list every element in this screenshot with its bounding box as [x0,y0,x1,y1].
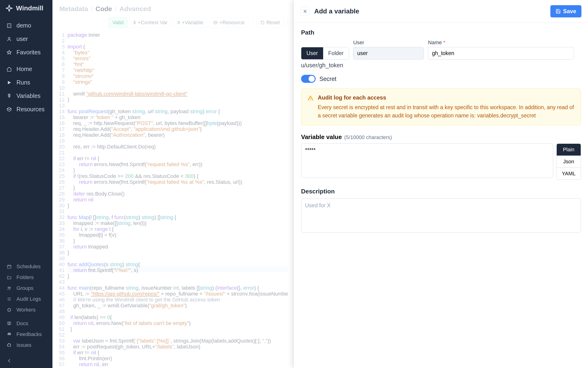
sidebar-item-docs[interactable]: Docs [0,318,53,329]
value-counter: (5/10000 characters) [344,134,392,140]
alert-title: Audit log for each access [318,94,575,101]
dollar-icon [6,93,12,99]
brand-logo[interactable]: Windmill [0,0,53,17]
variable-value-input[interactable] [301,144,553,178]
sidebar-item-label: Resources [17,106,45,113]
collapse-sidebar-icon[interactable] [6,358,46,364]
breadcrumb-advanced[interactable]: Advanced [119,5,151,13]
play-icon [6,80,12,86]
format-yaml-button[interactable]: YAML [557,168,581,180]
folder-icon [6,274,12,280]
value-format-selector: Plain Json YAML [556,144,581,180]
svg-rect-0 [8,24,11,28]
sidebar-item-feedbacks[interactable]: Feedbacks [0,329,53,340]
users-icon [6,285,12,291]
sidebar-item-label: Folders [17,274,34,280]
add-context-var-button[interactable]: $+Context Var [129,18,172,28]
sidebar-item-label: Issues [17,342,32,348]
svg-point-3 [8,287,9,288]
sidebar-item-label: Schedules [17,264,41,270]
main-content: Metadata / Code / Advanced u/us Valid $+… [53,0,588,368]
sidebar-item-demo[interactable]: demo [0,19,53,32]
breadcrumb-code[interactable]: Code [96,5,112,13]
secret-toggle[interactable] [301,75,316,83]
refresh-icon [260,20,265,25]
box-icon [6,106,12,112]
svg-point-1 [8,37,10,39]
user-field-input[interactable] [353,47,424,60]
book-icon [6,321,12,327]
name-field-label: Name * [428,39,574,46]
add-resource-button[interactable]: +Resource [209,18,249,28]
brand-name: Windmill [16,4,43,12]
sidebar-item-groups[interactable]: Groups [0,283,53,294]
sidebar-item-home[interactable]: Home [0,62,53,76]
format-json-button[interactable]: Json [557,156,581,168]
svg-rect-5 [8,309,10,311]
sidebar-item-issues[interactable]: Issues [0,340,53,350]
calendar-icon [6,264,12,270]
sidebar-item-favorites[interactable]: Favorites [0,46,53,59]
sidebar-item-label: Workers [17,307,36,313]
sidebar-item-resources[interactable]: Resources [0,103,53,116]
description-input[interactable] [301,198,581,233]
warning-icon [308,95,314,101]
close-drawer-button[interactable] [301,7,309,16]
secret-audit-alert: Audit log for each access Every secret i… [301,88,581,125]
owner-kind-toggle: User Folder [301,47,349,60]
description-label: Description [301,188,581,195]
owner-folder-tab[interactable]: Folder [323,47,349,59]
sidebar-item-audit-logs[interactable]: Audit Logs [0,294,53,304]
sidebar-item-label: Groups [17,285,33,291]
sidebar-item-folders[interactable]: Folders [0,272,53,283]
sidebar-item-label: Runs [17,79,30,86]
sidebar-item-label: demo [17,22,31,29]
sidebar-item-runs[interactable]: Runs [0,76,53,89]
star-icon [6,49,12,55]
add-variable-button[interactable]: $+Variable [173,18,208,28]
user-icon [6,36,12,42]
save-button[interactable]: Save [550,5,581,18]
sidebar-item-label: user [17,36,28,42]
building-icon [6,23,12,29]
sidebar-item-schedules[interactable]: Schedules [0,261,53,272]
valid-indicator[interactable]: Valid [109,18,127,28]
owner-user-tab[interactable]: User [301,47,323,59]
box-icon [213,20,217,25]
svg-point-4 [10,287,11,288]
sidebar-item-label: Home [17,66,32,73]
drawer-title: Add a variable [314,8,359,15]
save-icon [556,9,561,14]
sidebar-item-label: Docs [17,321,28,327]
close-icon [302,9,308,14]
sidebar-item-label: Feedbacks [17,331,42,337]
windmill-icon [5,4,13,12]
discord-icon [6,331,12,337]
sidebar-item-label: Favorites [17,49,41,56]
svg-rect-2 [8,265,11,268]
home-icon [6,66,12,72]
sidebar-item-workers[interactable]: Workers [0,304,53,315]
user-field-label: User [353,39,424,46]
reset-button[interactable]: Reset [256,18,284,28]
path-section-label: Path [301,29,581,36]
add-variable-drawer: Add a variable Save Path User Folder Use… [294,0,588,368]
sidebar-item-variables[interactable]: Variables [0,89,53,103]
sidebar-item-label: Audit Logs [17,296,41,302]
name-field-input[interactable] [428,47,574,60]
format-plain-button[interactable]: Plain [557,144,581,156]
list-icon [6,296,12,302]
sidebar-item-user[interactable]: user [0,32,53,46]
secret-toggle-label: Secret [319,75,336,82]
github-icon [6,342,12,348]
value-label: Variable value [301,133,342,141]
alert-body: Every secret is encrypted at rest and in… [318,103,575,120]
resolved-path: u/user/gh_token [301,62,581,69]
sidebar: Windmill demouserFavorites HomeRunsVaria… [0,0,53,368]
sidebar-item-label: Variables [17,92,40,99]
breadcrumb-metadata[interactable]: Metadata [60,5,88,13]
cpu-icon [6,307,12,313]
